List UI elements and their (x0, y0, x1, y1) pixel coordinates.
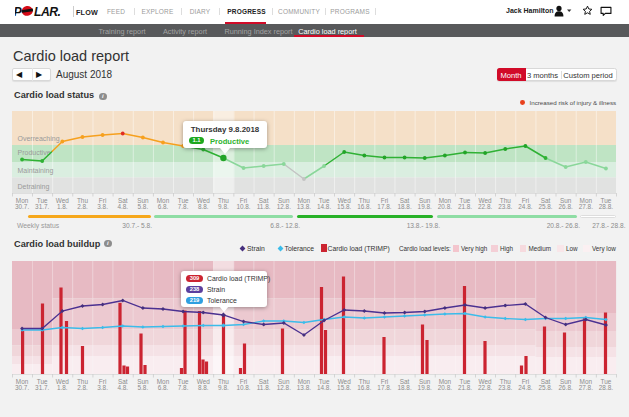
svg-text:5.8.: 5.8. (138, 384, 149, 391)
svg-text:16.8.: 16.8. (357, 202, 371, 209)
svg-text:4.8.: 4.8. (117, 384, 128, 391)
svg-text:23.8.: 23.8. (498, 384, 512, 391)
svg-text:28.8.: 28.8. (599, 384, 613, 391)
svg-text:7.8.: 7.8. (178, 202, 189, 209)
svg-text:11.8.: 11.8. (257, 384, 271, 391)
svg-text:21.8.: 21.8. (458, 384, 472, 391)
svg-text:27.8.: 27.8. (579, 202, 593, 209)
svg-text:31.7.: 31.7. (35, 202, 49, 209)
svg-text:10.8.: 10.8. (236, 202, 250, 209)
svg-text:31.7.: 31.7. (35, 384, 49, 391)
svg-text:18.8.: 18.8. (397, 384, 411, 391)
svg-text:13.8.: 13.8. (297, 384, 311, 391)
svg-text:1.8.: 1.8. (57, 384, 68, 391)
svg-text:27.8.: 27.8. (579, 384, 593, 391)
svg-text:Productive: Productive (18, 149, 51, 156)
svg-text:P: P (15, 5, 23, 17)
svg-text:Detraining: Detraining (18, 182, 50, 190)
svg-text:25.8.: 25.8. (538, 202, 552, 209)
svg-text:22.8.: 22.8. (478, 202, 492, 209)
svg-text:LAR.: LAR. (34, 5, 61, 17)
svg-text:17.8.: 17.8. (377, 202, 391, 209)
svg-text:Maintaining: Maintaining (18, 166, 54, 174)
svg-text:9.8.: 9.8. (218, 384, 229, 391)
svg-text:15.8.: 15.8. (337, 384, 351, 391)
svg-text:6.8.: 6.8. (158, 384, 169, 391)
svg-text:8.8.: 8.8. (198, 202, 209, 209)
svg-text:12.8.: 12.8. (277, 384, 291, 391)
svg-text:11.8.: 11.8. (257, 202, 271, 209)
svg-text:17.8.: 17.8. (377, 384, 391, 391)
svg-text:26.8.: 26.8. (559, 202, 573, 209)
svg-text:4.8.: 4.8. (117, 202, 128, 209)
svg-text:30.7.: 30.7. (15, 384, 29, 391)
svg-text:10.8.: 10.8. (236, 384, 250, 391)
svg-text:2.8.: 2.8. (77, 384, 88, 391)
svg-text:14.8.: 14.8. (317, 202, 331, 209)
svg-text:26.8.: 26.8. (559, 384, 573, 391)
svg-text:21.8.: 21.8. (458, 202, 472, 209)
svg-text:6.8.: 6.8. (158, 202, 169, 209)
svg-text:24.8.: 24.8. (518, 202, 532, 209)
svg-text:25.8.: 25.8. (538, 384, 552, 391)
svg-text:1.8.: 1.8. (57, 202, 68, 209)
svg-text:14.8.: 14.8. (317, 384, 331, 391)
svg-text:18.8.: 18.8. (397, 202, 411, 209)
svg-text:19.8.: 19.8. (418, 202, 432, 209)
svg-text:24.8.: 24.8. (518, 384, 532, 391)
svg-text:13.8.: 13.8. (297, 202, 311, 209)
svg-text:22.8.: 22.8. (478, 384, 492, 391)
svg-text:23.8.: 23.8. (498, 202, 512, 209)
svg-text:3.8.: 3.8. (97, 202, 108, 209)
svg-text:2.8.: 2.8. (77, 202, 88, 209)
svg-text:Overreaching: Overreaching (18, 134, 60, 142)
svg-text:3.8.: 3.8. (97, 384, 108, 391)
svg-text:5.8.: 5.8. (138, 202, 149, 209)
svg-text:12.8.: 12.8. (277, 202, 291, 209)
svg-text:7.8.: 7.8. (178, 384, 189, 391)
svg-text:16.8.: 16.8. (357, 384, 371, 391)
svg-text:9.8.: 9.8. (218, 202, 229, 209)
svg-text:28.8.: 28.8. (599, 202, 613, 209)
svg-text:15.8.: 15.8. (337, 202, 351, 209)
svg-text:8.8.: 8.8. (198, 384, 209, 391)
svg-text:30.7.: 30.7. (15, 202, 29, 209)
svg-text:19.8.: 19.8. (418, 384, 432, 391)
svg-text:20.8.: 20.8. (438, 384, 452, 391)
svg-text:20.8.: 20.8. (438, 202, 452, 209)
